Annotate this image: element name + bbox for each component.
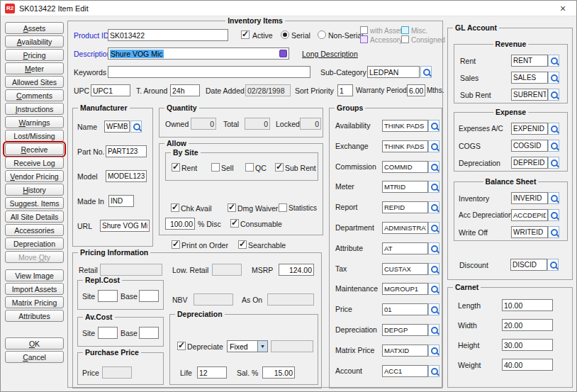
discount-input[interactable] [510,259,547,271]
rent-account-search-icon[interactable] [548,55,559,67]
long-description-link[interactable]: Long Description [302,50,358,58]
chevron-down-icon[interactable]: ▼ [257,341,267,352]
manufacturer-name-input[interactable] [104,121,130,133]
sidebar-button-matrix-pricing[interactable]: Matrix Pricing [5,296,64,308]
manufacturer-name-search-icon[interactable] [130,121,142,133]
sub-rent-account-input[interactable] [511,89,548,101]
depreciation-account-search-icon[interactable] [548,157,559,169]
report-group-input[interactable] [382,201,428,213]
availability-group-input[interactable] [382,120,428,132]
sidebar-button-comments[interactable]: Comments [5,89,64,101]
sidebar-button-view-image[interactable]: View Image [5,269,64,281]
matrix-price-group-search-icon[interactable] [428,345,439,357]
sidebar-button-depreciation[interactable]: Depreciation [5,237,64,250]
sidebar-button-lost-missing[interactable]: Lost/Missing [5,130,64,142]
sort-priority-input[interactable] [337,84,353,96]
exchange-group-search-icon[interactable] [428,140,439,152]
width-input[interactable] [502,319,553,331]
height-input[interactable] [502,339,553,351]
non-serial-radio[interactable] [318,30,326,39]
depreciation-method-dropdown[interactable]: Fixed ▼ [227,340,268,352]
tax-group-input[interactable] [382,263,428,275]
sales-account-input[interactable] [511,72,548,84]
cancel-button[interactable]: Cancel [5,351,64,363]
attribute-group-search-icon[interactable] [428,242,439,254]
depreciate-checkbox[interactable] [177,342,186,350]
sidebar-button-pricing[interactable]: Pricing [5,49,64,61]
serial-radio[interactable] [281,30,289,39]
sidebar-button-assets[interactable]: Assets [5,22,64,34]
sidebar-button-import-assets[interactable]: Import Assets [5,283,64,295]
attribute-group-input[interactable] [382,242,428,254]
part-no-input[interactable] [106,145,147,157]
sidebar-button-receive-log[interactable]: Receive Log [5,157,64,169]
description-input[interactable]: Shure VOG Mic [108,47,289,60]
url-input[interactable] [100,220,150,232]
av-cost-site-input[interactable] [98,327,118,339]
print-on-order-checkbox[interactable] [172,240,180,249]
depreciation-account-input[interactable] [511,157,548,169]
upc-input[interactable] [91,84,130,96]
weight-input[interactable] [502,359,553,371]
expenses-ac-search-icon[interactable] [548,123,559,135]
chk-avail-checkbox[interactable] [171,203,179,212]
tax-group-search-icon[interactable] [428,263,439,275]
msrp-input[interactable] [279,264,314,276]
account-group-search-icon[interactable] [428,365,439,377]
sidebar-button-instructions[interactable]: Instructions [5,103,64,115]
meter-group-search-icon[interactable] [428,181,439,193]
write-off-input[interactable] [511,226,548,238]
keywords-input[interactable] [108,66,310,78]
length-input[interactable] [502,299,553,311]
rent-checkbox[interactable] [172,163,180,172]
sidebar-button-suggest-items[interactable]: Suggest. Items [5,197,64,209]
sidebar-button-warnings[interactable]: Warnings [5,116,64,128]
sidebar-button-receive[interactable]: Receive [5,143,64,155]
sidebar-button-history[interactable]: History [5,184,64,196]
ok-button[interactable]: OK [5,337,64,349]
cogs-search-icon[interactable] [548,140,559,152]
statistics-checkbox[interactable] [279,203,287,212]
sub-category-search-icon[interactable] [420,66,432,78]
maintenance-group-input[interactable] [382,283,428,295]
maintenance-group-search-icon[interactable] [428,283,439,295]
department-group-input[interactable] [382,222,428,234]
sub-rent-checkbox[interactable] [275,163,284,172]
repl-cost-site-input[interactable] [98,290,118,302]
department-group-search-icon[interactable] [428,222,439,234]
acc-depreciation-input[interactable] [511,209,548,221]
price-group-input[interactable] [382,303,428,315]
sidebar-button-availability[interactable]: Availability [5,35,64,47]
meter-group-input[interactable] [382,181,428,193]
sidebar-button-meter[interactable]: Meter [5,62,64,74]
availability-group-search-icon[interactable] [428,120,439,132]
commission-group-input[interactable] [382,161,428,173]
account-group-input[interactable] [382,365,428,377]
inventory-account-input[interactable] [511,192,548,204]
t-around-input[interactable] [170,84,200,96]
sub-category-input[interactable] [367,66,420,78]
sales-account-search-icon[interactable] [548,72,559,84]
matrix-price-group-input[interactable] [382,345,428,357]
av-cost-base-input[interactable] [139,327,159,339]
dmg-waiver-checkbox[interactable] [228,203,236,212]
discount-search-icon[interactable] [547,259,559,271]
depreciation-group-search-icon[interactable] [428,324,439,336]
consumable-checkbox[interactable] [230,219,239,228]
exchange-group-input[interactable] [382,140,428,152]
sidebar-button-accessories[interactable]: Accessories [5,224,64,236]
active-checkbox[interactable] [241,30,250,39]
write-off-search-icon[interactable] [548,226,559,238]
commission-group-search-icon[interactable] [428,161,439,173]
sidebar-button-allowed-sites[interactable]: Allowed Sites [5,76,64,88]
inventory-account-search-icon[interactable] [548,192,559,204]
disc-percent-input[interactable] [165,218,195,230]
depreciation-group-input[interactable] [382,324,428,336]
model-input[interactable] [106,170,147,182]
life-input[interactable] [197,366,227,379]
expenses-ac-input[interactable] [511,123,548,135]
qc-checkbox[interactable] [245,163,254,172]
sub-rent-account-search-icon[interactable] [548,89,559,101]
warranty-period-input[interactable] [407,84,425,96]
made-in-input[interactable] [108,195,134,207]
